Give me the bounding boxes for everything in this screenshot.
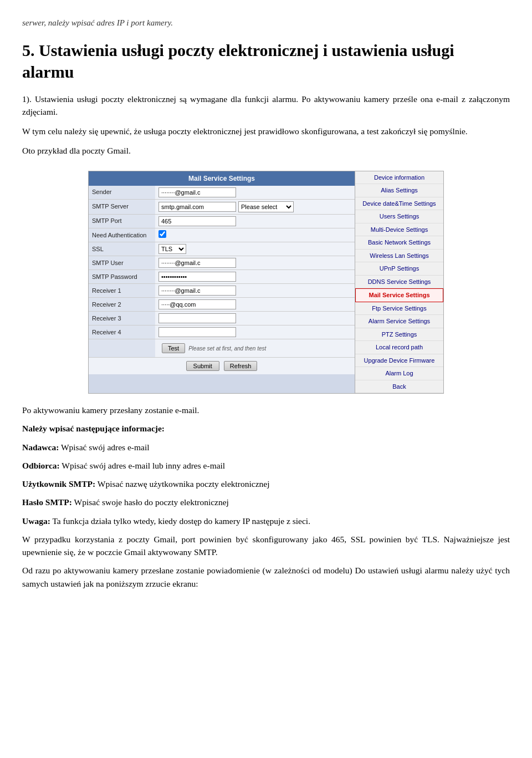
receiver4-input[interactable] <box>158 327 236 337</box>
field-odbiorca: Odbiorca: Wpisać swój adres e-mail lub i… <box>22 459 510 472</box>
label-smtp-pass-desc: Hasło SMTP: <box>22 497 72 507</box>
section-title: Należy wpisać następujące informacje: <box>22 422 510 435</box>
test-message: Please set at first, and then test <box>188 344 266 353</box>
note1-label: Uwaga: <box>22 516 50 526</box>
refresh-button[interactable]: Refresh <box>224 361 258 371</box>
nav-item-multi-device[interactable]: Multi-Device Settings <box>355 223 443 237</box>
nav-item-ptz[interactable]: PTZ Settings <box>355 328 443 342</box>
field-label-receiver4: Receiver 4 <box>89 325 155 339</box>
table-row: Receiver 3 <box>89 312 355 325</box>
nav-item-datetime[interactable]: Device date&Time Settings <box>355 197 443 211</box>
field-value-receiver3 <box>155 312 355 325</box>
mail-form-panel: Mail Service Settings Sender SMTP Server <box>89 171 355 394</box>
field-label-smtp-password: SMTP Password <box>89 270 155 284</box>
table-row: Test Please set at first, and then test <box>89 339 355 358</box>
nav-item-alarm[interactable]: Alarm Service Settings <box>355 315 443 328</box>
nav-item-users[interactable]: Users Settings <box>355 210 443 223</box>
field-label-receiver1: Receiver 1 <box>89 284 155 298</box>
field-label-smtp-user: SMTP User <box>89 256 155 270</box>
paragraph-1: 1). Ustawienia usługi poczty elektronicz… <box>22 93 510 119</box>
nav-item-ddns[interactable]: DDNS Service Settings <box>355 276 443 289</box>
sender-input[interactable] <box>158 187 236 197</box>
receiver2-input[interactable] <box>158 299 236 309</box>
note3: Od razu po aktywowaniu kamery przesłane … <box>22 564 510 590</box>
label-smtp-user-desc: Użytkownik SMTP: <box>22 479 95 489</box>
nav-item-alarm-log[interactable]: Alarm Log <box>355 367 443 380</box>
smtp-user-input[interactable] <box>158 258 236 268</box>
paragraph-2: W tym celu należy się upewnić, że usługa… <box>22 125 510 138</box>
test-button[interactable]: Test <box>162 343 185 353</box>
smtp-server-select[interactable]: Please select <box>238 201 294 212</box>
screenshot-wrapper: Mail Service Settings Sender SMTP Server <box>22 171 510 394</box>
nav-item-ftp[interactable]: Ftp Service Settings <box>355 302 443 316</box>
field-value-receiver2 <box>155 298 355 312</box>
text-nadawca: Wpisać swój adres e-mail <box>59 442 149 452</box>
screenshot-container: Mail Service Settings Sender SMTP Server <box>88 171 444 394</box>
note1: Uwaga: Ta funkcja działa tylko wtedy, ki… <box>22 515 510 527</box>
nav-item-mail[interactable]: Mail Service Settings <box>355 288 443 302</box>
field-value-receiver1 <box>155 284 355 298</box>
nav-item-upnp[interactable]: UPnP Settings <box>355 262 443 276</box>
table-row: SMTP User <box>89 256 355 270</box>
nav-item-wireless[interactable]: Wireless Lan Settings <box>355 250 443 263</box>
field-label-sender: Sender <box>89 186 155 200</box>
table-row: Receiver 4 <box>89 325 355 339</box>
field-value-sender <box>155 186 355 200</box>
nav-item-upgrade[interactable]: Upgrade Device Firmware <box>355 354 443 368</box>
ssl-select[interactable]: TLS SSL None <box>158 244 186 254</box>
right-nav-panel: Device information Alias Settings Device… <box>355 171 443 394</box>
submit-button[interactable]: Submit <box>186 361 219 371</box>
table-row: Need Authentication <box>89 228 355 242</box>
field-label-ssl: SSL <box>89 242 155 256</box>
field-value-ssl: TLS SSL None <box>155 242 355 256</box>
table-row: Sender <box>89 186 355 200</box>
note2: W przypadku korzystania z poczty Gmail, … <box>22 533 510 559</box>
field-label-receiver2: Receiver 2 <box>89 298 155 312</box>
nav-item-basic-network[interactable]: Basic Network Settings <box>355 236 443 250</box>
table-row: Receiver 2 <box>89 298 355 312</box>
nav-item-device-info[interactable]: Device information <box>355 171 443 185</box>
form-table: Sender SMTP Server Please select <box>89 186 355 358</box>
paragraph-3: Oto przykład dla poczty Gmail. <box>22 144 510 157</box>
field-value-auth <box>155 228 355 242</box>
field-value-smtp-user <box>155 256 355 270</box>
receiver3-input[interactable] <box>158 313 236 323</box>
nav-item-alias[interactable]: Alias Settings <box>355 184 443 197</box>
field-smtp-pass-desc: Hasło SMTP: Wpisać swoje hasło do poczty… <box>22 496 510 508</box>
auth-checkbox[interactable] <box>158 230 166 238</box>
nav-item-back[interactable]: Back <box>355 380 443 394</box>
text-smtp-user-desc: Wpisać nazwę użytkownika poczty elektron… <box>95 479 269 489</box>
smtp-password-input[interactable] <box>158 272 236 282</box>
field-value-smtp-server: Please select <box>155 199 355 214</box>
table-row: SMTP Port <box>89 214 355 228</box>
smtp-server-input[interactable] <box>158 202 236 212</box>
field-value-smtp-port <box>155 214 355 228</box>
bottom-buttons: Submit Refresh <box>89 358 355 374</box>
field-value-receiver4 <box>155 325 355 339</box>
field-label-smtp-port: SMTP Port <box>89 214 155 228</box>
table-row: Receiver 1 <box>89 284 355 298</box>
test-label-cell <box>89 339 155 358</box>
text-smtp-pass-desc: Wpisać swoje hasło do poczty elektronicz… <box>72 497 229 507</box>
nav-item-local-record[interactable]: Local record path <box>355 341 443 354</box>
smtp-port-input[interactable] <box>158 216 236 226</box>
table-row: SSL TLS SSL None <box>89 242 355 256</box>
field-smtp-user-desc: Użytkownik SMTP: Wpisać nazwę użytkownik… <box>22 477 510 490</box>
field-nadawca: Nadawca: Wpisać swój adres e-mail <box>22 441 510 454</box>
mail-form-title: Mail Service Settings <box>89 171 355 186</box>
top-line: serwer, należy wpisać adres IP i port ka… <box>22 17 510 29</box>
test-value-cell: Test Please set at first, and then test <box>155 339 355 358</box>
label-odbiorca: Odbiorca: <box>22 461 60 470</box>
section-heading: 5. Ustawienia usługi poczty elektroniczn… <box>22 39 510 83</box>
text-odbiorca: Wpisać swój adres e-mail lub inny adres … <box>60 461 225 470</box>
field-label-smtp-server: SMTP Server <box>89 199 155 214</box>
field-label-receiver3: Receiver 3 <box>89 312 155 325</box>
after-screenshot-text: Po aktywowaniu kamery przesłany zostanie… <box>22 404 510 416</box>
section-title-bold: Należy wpisać następujące informacje: <box>22 424 165 433</box>
table-row: SMTP Password <box>89 270 355 284</box>
table-row: SMTP Server Please select <box>89 199 355 214</box>
field-value-smtp-password <box>155 270 355 284</box>
receiver1-input[interactable] <box>158 286 236 296</box>
note1-text: Ta funkcja działa tylko wtedy, kiedy dos… <box>50 516 310 526</box>
label-nadawca: Nadawca: <box>22 442 59 452</box>
